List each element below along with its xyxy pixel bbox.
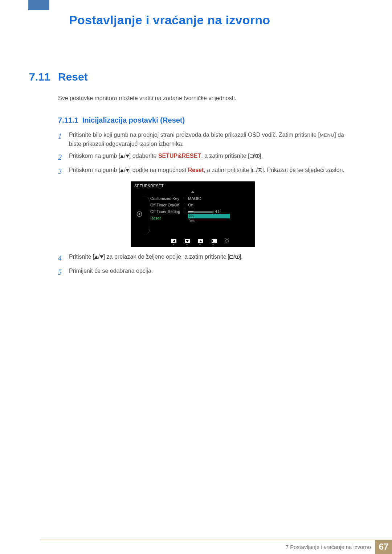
osd-nav-sub-arrows — [131, 244, 255, 245]
up-arrow-icon — [120, 169, 124, 172]
slider-value: 4 h — [215, 209, 220, 214]
square-icon — [250, 155, 254, 158]
enter-icon — [255, 154, 260, 158]
square-icon — [229, 255, 233, 259]
osd-scroll-up — [131, 189, 255, 194]
down-arrow-icon — [126, 169, 129, 172]
osd-menu-list: Customized Key : MAGIC Off Timer On/Off … — [148, 194, 255, 238]
osd-nav-row — [131, 238, 255, 244]
svg-point-1 — [139, 213, 140, 215]
step-text: Pritiskom na gumb [/] dođite na mogućnos… — [69, 166, 348, 177]
slider-icon — [188, 211, 213, 213]
down-arrow-icon — [126, 155, 129, 158]
text: Pritisnite bilo koji gumb na prednjoj st… — [69, 132, 320, 138]
osd-item-label: Off Timer Setting — [150, 209, 184, 214]
down-arrow-icon — [100, 255, 103, 259]
highlight-reset: Reset — [188, 167, 204, 173]
colon: : — [184, 203, 188, 207]
osd-sidebar — [131, 194, 148, 238]
osd-other-option: Yes — [189, 219, 230, 223]
subsection-title: Inicijalizacija postavki (Reset) — [82, 116, 185, 124]
text: , a zatim pritisnite [ — [204, 167, 252, 173]
text: Pritisnite [ — [69, 254, 94, 260]
intro-paragraph: Sve postavke monitora možete vratiti na … — [58, 95, 236, 102]
text: ]. — [240, 254, 243, 260]
step-1: 1 Pritisnite bilo koji gumb na prednjoj … — [58, 131, 348, 149]
square-icon — [252, 169, 256, 172]
text: ] odaberite — [129, 153, 158, 159]
text: Pritiskom na gumb [ — [69, 153, 120, 159]
enter-icon — [258, 168, 262, 172]
osd-item-value: 4 h — [188, 209, 220, 214]
osd-item-value: MAGIC — [188, 196, 201, 201]
chevron-down-icon — [212, 244, 214, 245]
chevron-down-icon — [172, 244, 175, 245]
step-number: 5 — [58, 267, 69, 278]
osd-item-off-timer-onoff: Off Timer On/Off : On — [148, 202, 255, 208]
step-4: 4 Pritisnite [/] za prelazak do željene … — [58, 253, 348, 264]
nav-left-icon — [171, 239, 176, 243]
subsection-number: 7.11.1 — [58, 116, 78, 124]
nav-up-icon — [198, 239, 203, 243]
step-text: Pritisnite [/] za prelazak do željene op… — [69, 253, 348, 264]
footer-divider — [40, 539, 392, 540]
menu-label: MENU — [320, 132, 334, 138]
osd-item-label: Customized Key — [150, 196, 184, 201]
header-tab — [28, 0, 49, 10]
step-number: 3 — [58, 166, 69, 177]
osd-selected-option: No — [188, 214, 230, 218]
chapter-title: Postavljanje i vraćanje na izvorno — [69, 13, 270, 27]
power-icon — [225, 239, 229, 243]
step-number: 1 — [58, 131, 69, 149]
enter-icon — [235, 255, 240, 259]
osd-screenshot: SETUP&RESET Customized Key : MAGIC Off T… — [131, 181, 255, 247]
up-arrow-icon — [120, 155, 124, 158]
osd-item-label-selected: Reset — [150, 216, 184, 220]
osd-item-label: Off Timer On/Off — [150, 203, 184, 207]
step-2: 2 Pritiskom na gumb [/] odaberite SETUP&… — [58, 152, 348, 163]
page-number: 67 — [375, 539, 392, 554]
text: ] dođite na mogućnost — [129, 167, 188, 173]
osd-item-customized-key: Customized Key : MAGIC — [148, 195, 255, 202]
step-number: 4 — [58, 253, 69, 264]
colon: : — [184, 209, 188, 214]
osd-item-reset: Reset No Yes — [148, 215, 255, 221]
osd-item-value: No Yes — [188, 214, 230, 223]
text: ]. Prikazat će se sljedeći zaslon. — [262, 167, 344, 173]
osd-item-value: On — [188, 203, 193, 207]
chevron-down-icon — [199, 244, 201, 245]
step-text: Primijenit će se odabrana opcija. — [69, 267, 348, 278]
highlight-setup-reset: SETUP&RESET — [158, 153, 201, 159]
up-arrow-icon — [94, 255, 98, 259]
text: Pritiskom na gumb [ — [69, 167, 120, 173]
nav-down-icon — [185, 239, 190, 243]
step-number: 2 — [58, 152, 69, 163]
section-number: 7.11 — [29, 71, 50, 83]
osd-title: SETUP&RESET — [131, 181, 255, 189]
text: , a zatim pritisnite [ — [201, 153, 249, 159]
chevron-down-icon — [186, 244, 188, 245]
chevron-up-icon — [191, 191, 195, 193]
step-5: 5 Primijenit će se odabrana opcija. — [58, 267, 348, 278]
step-3: 3 Pritiskom na gumb [/] dođite na mogućn… — [58, 166, 348, 177]
gear-icon — [136, 210, 143, 218]
nav-enter-icon — [212, 239, 217, 243]
subsection-heading: 7.11.1 Inicijalizacija postavki (Reset) — [58, 116, 185, 124]
osd-arc-decoration — [143, 196, 150, 235]
page-footer: 7 Postavljanje i vraćanje na izvorno 67 — [40, 539, 392, 554]
footer-chapter-label: 7 Postavljanje i vraćanje na izvorno — [286, 544, 371, 550]
colon: : — [184, 196, 188, 201]
step-text: Pritisnite bilo koji gumb na prednjoj st… — [69, 131, 348, 149]
step-text: Pritiskom na gumb [/] odaberite SETUP&RE… — [69, 152, 348, 163]
section-title: Reset — [58, 71, 88, 83]
text: ] za prelazak do željene opcije, a zatim… — [103, 254, 230, 260]
text: ]. — [260, 153, 263, 159]
